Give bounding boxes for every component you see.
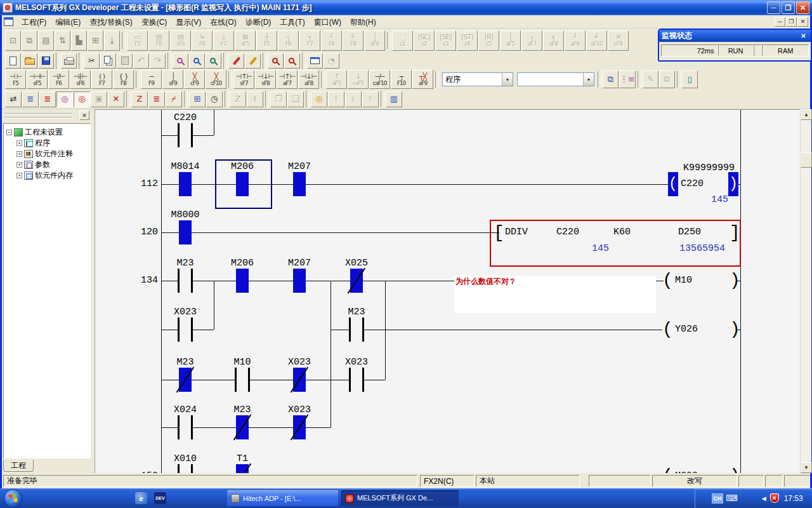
invert-result-button[interactable]: ─∕─caF10 bbox=[369, 70, 390, 89]
contact-C220[interactable] bbox=[178, 123, 193, 147]
scroll-up-icon[interactable]: ▲ bbox=[801, 109, 812, 120]
comment-display-button[interactable]: ▥ bbox=[386, 91, 402, 107]
scrollbar-thumb[interactable] bbox=[801, 152, 812, 168]
new-project-button[interactable] bbox=[5, 53, 21, 69]
delete-horizontal-line-button[interactable]: ╳cF9 bbox=[184, 70, 205, 89]
monitor-status-titlebar[interactable]: 监视状态 ✕ bbox=[659, 30, 811, 42]
contact-M8014[interactable] bbox=[179, 172, 192, 196]
scan-time-measure-button[interactable]: ◷ bbox=[206, 91, 223, 107]
midpoint-output-button[interactable]: ┬F10 bbox=[391, 70, 412, 89]
tree-expander[interactable]: + bbox=[16, 151, 22, 157]
tree-item-root[interactable]: −工程未设置 bbox=[4, 127, 90, 138]
menu-item-2[interactable]: 查找/替换(S) bbox=[85, 17, 136, 28]
open-contact-button[interactable]: ⊣ ⊢F5 bbox=[5, 70, 26, 89]
device-comment-edit-button[interactable]: ▯ bbox=[682, 70, 698, 88]
menu-item-9[interactable]: 帮助(H) bbox=[346, 17, 381, 28]
contact-M10[interactable] bbox=[235, 368, 250, 392]
contact-T1[interactable] bbox=[236, 464, 249, 473]
ladder-monitor-button[interactable]: ≣ bbox=[22, 91, 39, 107]
screen-transfer-button[interactable] bbox=[307, 53, 323, 69]
language-indicator[interactable]: CH bbox=[712, 493, 723, 504]
menu-item-3[interactable]: 变换(C) bbox=[137, 17, 172, 28]
coil-button[interactable]: ( )F7 bbox=[91, 70, 112, 89]
block-list-button[interactable]: ▙ bbox=[71, 30, 87, 51]
contact-M8000[interactable] bbox=[179, 220, 192, 244]
program-select-combo[interactable]: 程序▼ bbox=[442, 72, 513, 86]
quick-launch-ie[interactable]: e bbox=[135, 492, 147, 504]
monitor-status-close-icon[interactable]: ✕ bbox=[799, 32, 808, 41]
device-test-button[interactable]: Z bbox=[131, 91, 148, 107]
device-find-box-combo[interactable]: ▼ bbox=[517, 72, 594, 86]
device-sort-button[interactable]: ⇅ bbox=[55, 30, 70, 51]
find-button[interactable] bbox=[173, 53, 188, 69]
menu-item-6[interactable]: 诊断(D) bbox=[241, 17, 276, 28]
menu-item-7[interactable]: 工具(T) bbox=[275, 17, 309, 28]
save-project-button[interactable] bbox=[38, 53, 54, 69]
rising-pulse-button[interactable]: ⊣↑⊢sF7 bbox=[233, 70, 254, 89]
mdi-restore-button[interactable]: ❐ bbox=[786, 17, 797, 27]
contact-X023[interactable] bbox=[293, 415, 306, 439]
tree-item-2[interactable]: +参数 bbox=[4, 159, 90, 170]
closed-contact-or-button[interactable]: ⊣∤⊢sF6 bbox=[70, 70, 91, 89]
find-device-button[interactable] bbox=[189, 53, 205, 69]
find-string-button[interactable] bbox=[206, 53, 221, 69]
monitor-cancel-button[interactable]: ✕ bbox=[108, 91, 124, 107]
grid-display-button[interactable]: ⊞ bbox=[88, 30, 103, 51]
device-test-cancel-button[interactable]: ⌿ bbox=[166, 91, 182, 107]
print-button[interactable] bbox=[61, 53, 77, 69]
mdi-child-icon[interactable] bbox=[4, 17, 13, 26]
contact-X023[interactable] bbox=[349, 368, 364, 392]
contact-M207[interactable] bbox=[293, 269, 306, 293]
window-tile-button[interactable]: ⧉ bbox=[22, 30, 37, 51]
maximize-button[interactable]: ❐ bbox=[782, 1, 795, 14]
tree-expander[interactable]: + bbox=[16, 173, 22, 178]
contact-X023[interactable] bbox=[293, 368, 306, 392]
mdi-minimize-button[interactable]: ─ bbox=[775, 17, 785, 27]
cut-button[interactable]: ✂ bbox=[84, 53, 100, 69]
keyboard-icon[interactable]: ⌨ bbox=[726, 493, 738, 503]
contact-M23[interactable] bbox=[349, 318, 364, 342]
forced-input-output-button[interactable]: ≣ bbox=[148, 91, 165, 107]
delete-midpoint-button[interactable]: ┬╳aF9 bbox=[412, 70, 433, 89]
transfer-setup-button[interactable]: ⇄ bbox=[5, 91, 22, 107]
falling-pulse-button[interactable]: ⊣↓⊢sF8 bbox=[255, 70, 276, 89]
tree-expander[interactable]: + bbox=[16, 162, 22, 168]
project-tree-toggle-button[interactable]: ⋮≡ bbox=[619, 70, 636, 88]
contact-X010[interactable] bbox=[178, 464, 193, 473]
minimize-button[interactable]: ─ bbox=[767, 1, 780, 14]
closed-contact-button[interactable]: ⊣/⊢F6 bbox=[48, 70, 69, 89]
contact-X023[interactable] bbox=[178, 318, 193, 342]
buffer-memory-monitor-button[interactable]: ⊞ bbox=[189, 91, 206, 107]
replace-string-button[interactable] bbox=[245, 53, 261, 69]
contact-M207[interactable] bbox=[293, 172, 306, 196]
task-button-1[interactable]: MELSOFT系列 GX De... bbox=[341, 490, 459, 506]
monitor-write-mode-button[interactable]: ◎ bbox=[74, 91, 90, 107]
title-bar[interactable]: MELSOFT系列 GX Developer 工程未设置 - [梯形图(R 监视… bbox=[0, 0, 812, 15]
chevron-down-icon[interactable]: ▼ bbox=[583, 73, 594, 86]
copy-button[interactable] bbox=[100, 53, 116, 69]
start-button[interactable] bbox=[4, 489, 22, 507]
menu-item-8[interactable]: 窗口(W) bbox=[310, 17, 346, 28]
error-list-button[interactable]: ▤ bbox=[38, 30, 54, 51]
block-download-button[interactable]: ⤓ bbox=[104, 30, 120, 51]
horizontal-line-button[interactable]: ─F9 bbox=[141, 70, 162, 89]
contact-M23[interactable] bbox=[178, 269, 193, 293]
tree-expander[interactable]: + bbox=[16, 140, 22, 146]
contact-X025[interactable] bbox=[350, 269, 363, 293]
statement-display-button[interactable]: ⧉ bbox=[603, 70, 619, 88]
scroll-down-icon[interactable]: ▼ bbox=[801, 462, 812, 473]
tree-item-1[interactable]: +软元件注释 bbox=[4, 149, 90, 159]
delete-vertical-line-button[interactable]: ╳cF10 bbox=[206, 70, 226, 89]
rising-pulse-or-button[interactable]: ⊣↑⊢aF7 bbox=[277, 70, 298, 89]
replace-device-button[interactable] bbox=[228, 53, 244, 69]
find-contact-coil-button[interactable] bbox=[268, 53, 284, 69]
coil-C220[interactable]: C220 bbox=[681, 178, 704, 190]
menu-item-5[interactable]: 在线(O) bbox=[206, 17, 240, 28]
menu-item-4[interactable]: 显示(V) bbox=[171, 17, 206, 28]
coil-M10[interactable]: M10 bbox=[675, 275, 692, 286]
program-search-button[interactable]: ◎ bbox=[311, 91, 327, 107]
vertical-line-button[interactable]: │sF9 bbox=[162, 70, 183, 89]
project-data-list-button[interactable]: ⊡ bbox=[5, 30, 21, 51]
chevron-down-icon[interactable]: ▼ bbox=[502, 73, 513, 86]
menu-item-0[interactable]: 工程(F) bbox=[17, 17, 51, 28]
